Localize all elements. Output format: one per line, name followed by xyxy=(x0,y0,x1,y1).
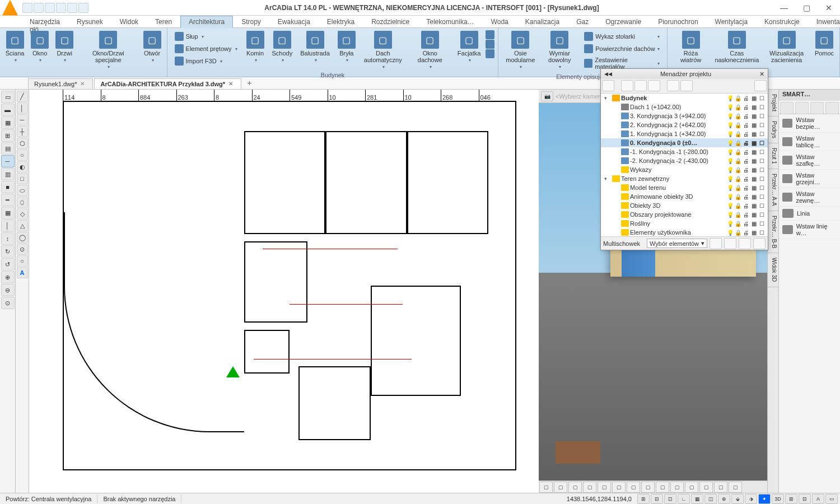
draw-tool-button[interactable]: ◐ xyxy=(17,161,28,172)
close-icon[interactable]: ✕ xyxy=(759,71,764,78)
tree-toggle-icon[interactable]: 💡 xyxy=(726,112,734,120)
view3d-tool-icon[interactable]: ▢ xyxy=(583,482,596,493)
ribbon-button[interactable]: ▢Wizualizacja zacienienia xyxy=(762,29,811,76)
ribbon-tab[interactable]: Architektura xyxy=(180,16,233,28)
tree-row[interactable]: ▾Teren zewnętrzny💡🔒🖨▦☐ xyxy=(601,174,768,183)
draw-tool-button[interactable]: ⬡ xyxy=(17,138,28,149)
tree-toggle-icon[interactable]: 🖨 xyxy=(742,112,750,120)
project-tree[interactable]: ▾Budynek💡🔒🖨▦☐Dach 1 (+1042.00)💡🔒🖨▦☐3. Ko… xyxy=(601,94,768,236)
tool-button[interactable]: ■ xyxy=(1,181,15,193)
tree-toggle-icon[interactable]: ☐ xyxy=(758,184,766,192)
draw-tool-button[interactable]: △ xyxy=(17,220,28,231)
ribbon-button[interactable]: ▢Drzwi▾ xyxy=(52,29,77,76)
ribbon-tab[interactable]: Rysunek xyxy=(68,16,111,27)
smart-item[interactable]: Wstaw grzejni… xyxy=(779,170,840,188)
tree-toggle-icon[interactable]: 💡 xyxy=(726,228,734,236)
tree-toggle-icon[interactable]: 🖨 xyxy=(742,175,750,183)
pm-btn-icon[interactable] xyxy=(667,80,679,91)
draw-tool-button[interactable]: ⬯ xyxy=(17,197,28,208)
tree-toggle-icon[interactable]: ▦ xyxy=(750,94,758,102)
smart-item[interactable]: Wstaw tablicę… xyxy=(779,133,840,151)
smart-tb-icon[interactable] xyxy=(810,102,824,114)
tree-row[interactable]: Rośliny💡🔒🖨▦☐ xyxy=(601,219,768,228)
tool-button[interactable]: ⊙ xyxy=(1,297,15,309)
view3d-tool-icon[interactable]: ▢ xyxy=(714,482,727,493)
ribbon-tab[interactable]: Elektryka xyxy=(319,16,363,27)
qat-new-icon[interactable] xyxy=(22,3,32,13)
selection-combo[interactable]: Wybór elementów▾ xyxy=(647,239,707,248)
tree-toggle-icon[interactable]: 🔒 xyxy=(734,121,742,129)
pm-btn-icon[interactable] xyxy=(680,80,693,91)
tree-toggle-icon[interactable]: 💡 xyxy=(726,103,734,111)
tool-button[interactable]: ▦ xyxy=(1,116,15,129)
tree-toggle-icon[interactable]: ☐ xyxy=(758,175,766,183)
tree-toggle-icon[interactable]: ▦ xyxy=(750,193,758,200)
ribbon-button[interactable]: ▢Pomoc xyxy=(811,29,837,76)
ribbon-button-sm[interactable]: Powierzchnie dachów▾ xyxy=(581,43,662,55)
tree-toggle-icon[interactable]: ▦ xyxy=(750,228,758,236)
tree-row[interactable]: 1. Kondygnacja 1 (+342.00)💡🔒🖨▦☐ xyxy=(601,129,768,138)
tree-toggle-icon[interactable]: ☐ xyxy=(758,157,766,165)
tool-button[interactable]: ⊖ xyxy=(1,284,15,296)
ribbon-button-sm[interactable]: Import F3D▾ xyxy=(172,55,240,67)
side-tab[interactable]: Przekr… B-B xyxy=(768,211,778,253)
tree-toggle-icon[interactable]: ▦ xyxy=(750,166,758,174)
draw-tool-button[interactable]: ─ xyxy=(17,114,28,125)
tree-row[interactable]: 0. Kondygnacja 0 (±0…💡🔒🖨▦☐ xyxy=(601,138,768,147)
ribbon-button[interactable]: ▢Wymiar dowolny▾ xyxy=(540,29,579,73)
tree-toggle-icon[interactable]: ▦ xyxy=(750,184,758,192)
smart-item[interactable]: Linia xyxy=(779,207,840,221)
sb-icon[interactable]: ⊕ xyxy=(718,494,730,504)
project-manager-titlebar[interactable]: ◀◀ Menadżer projektu ✕ xyxy=(601,69,768,79)
draw-tool-button[interactable]: ⬭ xyxy=(17,185,28,196)
tool-button[interactable]: ▤ xyxy=(1,142,15,155)
tool-button[interactable]: ─ xyxy=(1,155,15,167)
pm-bottom-icon[interactable] xyxy=(739,238,751,249)
tool-button[interactable]: ▥ xyxy=(1,168,15,180)
draw-tool-button[interactable]: ◯ xyxy=(17,232,28,243)
tree-toggle-icon[interactable]: ☐ xyxy=(758,228,766,236)
tree-toggle-icon[interactable]: 💡 xyxy=(726,130,734,138)
tree-toggle-icon[interactable]: 🔒 xyxy=(734,139,742,147)
camera-combo[interactable]: <Wybierz kamerę> xyxy=(556,93,607,100)
tree-toggle-icon[interactable]: 🔒 xyxy=(734,184,742,192)
tree-row[interactable]: -2. Kondygnacja -2 (-430.00)💡🔒🖨▦☐ xyxy=(601,156,768,165)
ribbon-tab[interactable]: Telekomunika… xyxy=(418,16,482,27)
tree-toggle-icon[interactable]: 🖨 xyxy=(742,157,750,165)
tree-toggle-icon[interactable]: ▦ xyxy=(750,112,758,120)
tree-row[interactable]: 3. Kondygnacja 3 (+942.00)💡🔒🖨▦☐ xyxy=(601,111,768,120)
sb-icon[interactable]: ▦ xyxy=(691,494,703,504)
draw-tool-button[interactable]: ╱ xyxy=(17,91,28,102)
tool-button[interactable]: ━ xyxy=(1,194,15,206)
doc-tab-2[interactable]: ArCADia-ARCHITEKTURA Przykład 3.dwg* ✕ xyxy=(94,78,241,89)
smart-item[interactable]: Wstaw bezpie… xyxy=(779,114,840,133)
ribbon-tab[interactable]: Woda xyxy=(483,16,517,27)
smart-item[interactable]: Wstaw szafkę… xyxy=(779,151,840,170)
tree-toggle-icon[interactable]: ☐ xyxy=(758,211,766,218)
pm-btn-icon[interactable] xyxy=(634,80,647,91)
tree-row[interactable]: Obiekty 3D💡🔒🖨▦☐ xyxy=(601,201,768,210)
tree-toggle-icon[interactable]: 💡 xyxy=(726,202,734,209)
side-tab[interactable]: Podrys xyxy=(768,116,778,143)
view3d-tool-icon[interactable]: ▢ xyxy=(568,482,582,493)
smart-item[interactable]: Wstaw linię w… xyxy=(779,221,840,239)
close-button[interactable]: ✕ xyxy=(818,0,840,16)
tool-button[interactable]: │ xyxy=(1,220,15,232)
close-icon[interactable]: ✕ xyxy=(228,81,235,87)
view3d-tool-icon[interactable]: ▢ xyxy=(554,482,567,493)
draw-tool-button[interactable]: □ xyxy=(17,173,28,184)
pm-btn-icon[interactable] xyxy=(621,80,633,91)
tree-toggle-icon[interactable]: 🔒 xyxy=(734,157,742,165)
tree-row[interactable]: Wykazy💡🔒🖨▦☐ xyxy=(601,165,768,174)
sb-icon[interactable]: ⬙ xyxy=(731,494,744,504)
ribbon-tab[interactable]: Stropy xyxy=(233,16,269,27)
tree-toggle-icon[interactable]: 💡 xyxy=(726,121,734,129)
tree-toggle-icon[interactable]: 💡 xyxy=(726,193,734,200)
tool-button[interactable]: ↕ xyxy=(1,232,15,245)
tree-toggle-icon[interactable]: ▦ xyxy=(750,211,758,218)
draw-tool-button[interactable]: │ xyxy=(17,102,28,114)
view3d-tool-icon[interactable]: ▢ xyxy=(539,482,553,493)
sb-icon[interactable]: A xyxy=(812,494,824,504)
tree-toggle-icon[interactable]: 🔒 xyxy=(734,175,742,183)
tree-toggle-icon[interactable]: 🔒 xyxy=(734,94,742,102)
